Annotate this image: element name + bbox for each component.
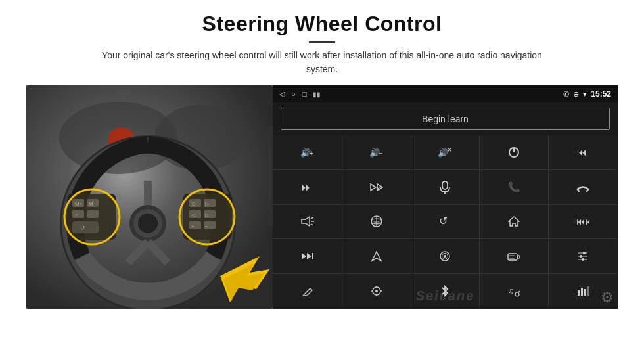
fast-forward-button[interactable] (273, 239, 342, 273)
svg-marker-67 (509, 217, 519, 226)
controls-grid: 🔊+ 🔊− 🔊× ⏮ ⏭ (273, 135, 617, 308)
svg-text:↺: ↺ (439, 215, 448, 227)
mute-button[interactable]: 🔊× (411, 135, 480, 169)
vol-down-button[interactable]: 🔊− (342, 135, 411, 169)
svg-marker-50 (371, 184, 376, 191)
eject-button[interactable] (411, 239, 480, 273)
title-divider (309, 41, 335, 43)
status-bar-right: ✆ ⊕ ▾ 15:52 (563, 89, 611, 99)
signal-bars: ▮▮ (313, 91, 321, 98)
title-section: Steering Wheel Control Your original car… (26, 12, 618, 85)
svg-line-59 (311, 217, 313, 219)
svg-line-88 (310, 288, 312, 290)
svg-point-84 (583, 252, 586, 254)
music-settings-button[interactable]: ♫ (480, 274, 548, 308)
svg-text:📞: 📞 (508, 181, 520, 193)
power-button[interactable] (480, 135, 548, 169)
begin-learn-row: Begin learn (273, 102, 618, 135)
steering-wheel-photo: M+ M + − ↺ ⊙ ▷ ◁ ▷ (26, 85, 273, 309)
svg-marker-70 (307, 253, 311, 259)
svg-line-61 (311, 224, 313, 225)
svg-marker-72 (372, 252, 381, 261)
rewind-button[interactable]: ⏮⏮ (549, 205, 617, 239)
svg-rect-100 (578, 290, 580, 296)
status-bar-left: ◁ ○ □ ▮▮ (279, 90, 321, 99)
eq-button[interactable] (549, 239, 617, 273)
navigate-button[interactable] (342, 239, 411, 273)
svg-rect-71 (312, 253, 313, 259)
subtitle-text: Your original car's steering wheel contr… (92, 49, 552, 76)
svg-line-89 (308, 290, 312, 295)
svg-rect-101 (581, 288, 583, 296)
svg-text:⏮: ⏮ (577, 146, 587, 158)
svg-text:♫: ♫ (508, 286, 514, 296)
android-head-unit: ◁ ○ □ ▮▮ ✆ ⊕ ▾ 15:52 Begin learn (273, 85, 618, 309)
horn-button[interactable] (273, 205, 342, 239)
prev-track-button[interactable]: ⏮ (549, 135, 617, 169)
nav-home-icon[interactable]: ○ (291, 90, 296, 98)
svg-point-85 (582, 258, 584, 261)
hang-up-button[interactable] (549, 170, 617, 204)
svg-rect-102 (584, 289, 586, 296)
edit-button[interactable] (273, 274, 342, 308)
svg-point-8 (138, 214, 158, 233)
svg-rect-53 (442, 181, 448, 189)
svg-point-77 (517, 256, 520, 258)
svg-marker-58 (302, 217, 310, 226)
svg-line-99 (518, 291, 520, 292)
svg-text:360°: 360° (373, 221, 380, 225)
svg-rect-103 (587, 286, 589, 296)
vol-up-button[interactable]: 🔊+ (273, 135, 342, 169)
svg-line-57 (587, 189, 588, 191)
nav-back-icon[interactable]: ◁ (279, 90, 285, 99)
phone-status-icon: ✆ (563, 90, 569, 99)
svg-rect-76 (508, 254, 517, 260)
svg-point-37 (179, 189, 235, 244)
radio-button[interactable] (480, 239, 548, 273)
svg-point-92 (375, 290, 378, 292)
view-360-button[interactable]: 360° (342, 205, 411, 239)
settings2-button[interactable] (342, 274, 411, 308)
svg-text:−: − (379, 149, 382, 157)
svg-text:+: + (310, 149, 313, 157)
svg-text:⏮⏮: ⏮⏮ (576, 216, 589, 227)
bluetooth-button[interactable] (411, 274, 480, 308)
location-status-icon: ⊕ (573, 90, 579, 99)
content-row: M+ M + − ↺ ⊙ ▷ ◁ ▷ (26, 85, 618, 309)
svg-point-98 (515, 292, 519, 296)
svg-text:×: × (447, 146, 452, 155)
skip-forward-button[interactable]: ✕ (342, 170, 411, 204)
svg-point-36 (64, 189, 120, 244)
svg-point-83 (580, 255, 582, 258)
svg-line-56 (578, 189, 579, 191)
status-bar: ◁ ○ □ ▮▮ ✆ ⊕ ▾ 15:52 (273, 85, 618, 102)
call-button[interactable]: 📞 (480, 170, 548, 204)
nav-recent-icon[interactable]: □ (302, 90, 307, 98)
begin-learn-button[interactable]: Begin learn (281, 108, 610, 130)
home-button[interactable] (480, 205, 548, 239)
next-button[interactable]: ⏭ (273, 170, 342, 204)
svg-text:⏭: ⏭ (302, 181, 311, 192)
page-container: Steering Wheel Control Your original car… (0, 0, 644, 360)
page-title: Steering Wheel Control (26, 12, 618, 36)
back-button[interactable]: ↺ (411, 205, 480, 239)
svg-point-74 (444, 255, 446, 258)
svg-marker-69 (302, 253, 306, 259)
svg-line-87 (306, 288, 310, 293)
clock: 15:52 (591, 89, 611, 99)
settings-gear-icon[interactable]: ⚙ (601, 289, 614, 306)
mic-button[interactable] (411, 170, 480, 204)
wifi-status-icon: ▾ (583, 90, 587, 99)
